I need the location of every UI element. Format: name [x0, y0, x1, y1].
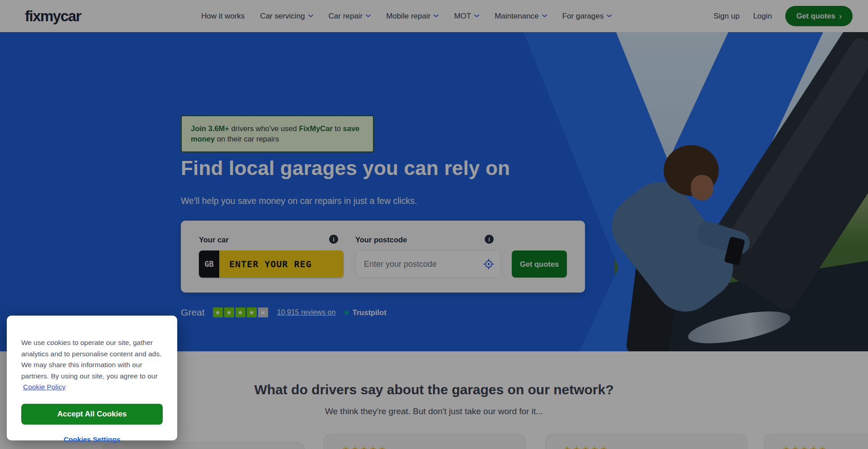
- page: fixmycar How it worksCar servicingCar re…: [0, 0, 868, 449]
- review-card-stars: ★★★★★: [564, 444, 747, 449]
- trustpilot-star-box: ★: [247, 307, 257, 317]
- hero-title: Find local garages you can rely on: [181, 157, 510, 180]
- trustpilot-stars: ★★★★★: [213, 307, 268, 317]
- nav-item-label: Mobile repair: [386, 12, 430, 21]
- cookie-message: We use cookies to operate our site, gath…: [21, 337, 163, 393]
- nav-item-label: Maintenance: [495, 12, 538, 21]
- cookie-policy-link[interactable]: Cookie Policy: [23, 383, 66, 391]
- quote-form-card: Your car i Your postcode i GB Get q: [181, 221, 585, 293]
- postcode-field[interactable]: [355, 250, 501, 278]
- nav-item-for-garages[interactable]: For garages: [562, 12, 612, 21]
- your-car-label: Your car: [199, 236, 229, 244]
- nav-item-maintenance[interactable]: Maintenance: [495, 12, 547, 21]
- chevron-down-icon: [607, 14, 612, 18]
- main-nav: How it worksCar servicingCar repairMobil…: [201, 0, 612, 32]
- chevron-down-icon: [366, 14, 371, 18]
- nav-item-label: Car servicing: [260, 12, 305, 21]
- trustpilot-row: Great ★★★★★ 10,915 reviews on ★ Trustpil…: [181, 307, 387, 318]
- location-crosshair-icon[interactable]: [483, 258, 495, 270]
- chevron-down-icon: [542, 14, 547, 18]
- badge-text-segment: to: [333, 124, 343, 132]
- info-icon[interactable]: i: [329, 235, 338, 244]
- nav-item-mobile-repair[interactable]: Mobile repair: [386, 12, 439, 21]
- reg-number-field[interactable]: [219, 250, 344, 278]
- header: fixmycar How it worksCar servicingCar re…: [0, 0, 868, 32]
- postcode-input-wrap: [355, 250, 501, 278]
- nav-item-label: How it works: [201, 12, 245, 21]
- badge-text-segment: drivers who've used: [229, 124, 299, 132]
- chevron-right-icon: ›: [839, 14, 842, 19]
- reg-country-badge: GB: [199, 250, 219, 278]
- nav-item-label: For garages: [562, 12, 604, 21]
- review-card-stars: ★★★★★: [783, 444, 868, 449]
- trustpilot-star-box: ★: [236, 307, 245, 317]
- your-postcode-label: Your postcode: [355, 236, 407, 244]
- cookie-consent-dialog: We use cookies to operate our site, gath…: [7, 316, 177, 440]
- drivers-count-badge: Join 3.6M+ drivers who've used FixMyCar …: [181, 115, 374, 152]
- chevron-down-icon: [474, 14, 479, 18]
- hero-subtitle: We'll help you save money on car repairs…: [181, 196, 417, 206]
- trustpilot-reviews-link[interactable]: 10,915 reviews on: [277, 308, 336, 317]
- badge-text-segment: Join 3.6M+: [191, 124, 229, 132]
- signup-link[interactable]: Sign up: [713, 12, 740, 21]
- get-quotes-form-button[interactable]: Get quotes: [512, 250, 567, 278]
- cookie-message-text: We use cookies to operate our site, gath…: [21, 339, 161, 380]
- info-icon[interactable]: i: [485, 235, 494, 244]
- reg-plate-input[interactable]: GB: [199, 250, 344, 278]
- hero-section: Join 3.6M+ drivers who've used FixMyCar …: [0, 32, 868, 351]
- login-link[interactable]: Login: [753, 12, 772, 21]
- review-card: ★★★★★: [324, 434, 526, 449]
- review-card: ★★★★★: [545, 434, 747, 449]
- nav-item-mot[interactable]: MOT: [454, 12, 479, 21]
- accept-all-cookies-button[interactable]: Accept All Cookies: [21, 404, 163, 425]
- header-right: Sign up Login Get quotes ›: [713, 0, 853, 32]
- nav-item-label: MOT: [454, 12, 471, 21]
- get-quotes-header-button[interactable]: Get quotes ›: [785, 6, 853, 26]
- nav-item-label: Car repair: [329, 12, 363, 21]
- get-quotes-header-label: Get quotes: [796, 12, 835, 20]
- trustpilot-star-box: ★: [224, 307, 234, 317]
- nav-item-how-it-works[interactable]: How it works: [201, 12, 245, 21]
- chevron-down-icon: [308, 14, 313, 18]
- trustpilot-brand-label: Trustpilot: [353, 308, 387, 317]
- trustpilot-star-box: ★: [213, 307, 223, 317]
- trustpilot-logo: ★ Trustpilot: [343, 307, 386, 317]
- trustpilot-rating-word: Great: [181, 307, 205, 318]
- cookies-settings-link[interactable]: Cookies Settings: [21, 435, 163, 444]
- chevron-down-icon: [434, 14, 439, 18]
- badge-text-segment: on their car repairs: [215, 135, 279, 143]
- woman-figure: [691, 175, 713, 200]
- logo[interactable]: fixmycar: [25, 8, 81, 25]
- trustpilot-star-box: ★: [258, 307, 268, 317]
- trustpilot-star-icon: ★: [343, 307, 350, 317]
- badge-text-segment: FixMyCar: [299, 124, 332, 132]
- nav-item-car-repair[interactable]: Car repair: [329, 12, 371, 21]
- nav-item-car-servicing[interactable]: Car servicing: [260, 12, 313, 21]
- review-card-stars: ★★★★★: [342, 444, 525, 449]
- review-card: ★★★★★: [764, 434, 868, 449]
